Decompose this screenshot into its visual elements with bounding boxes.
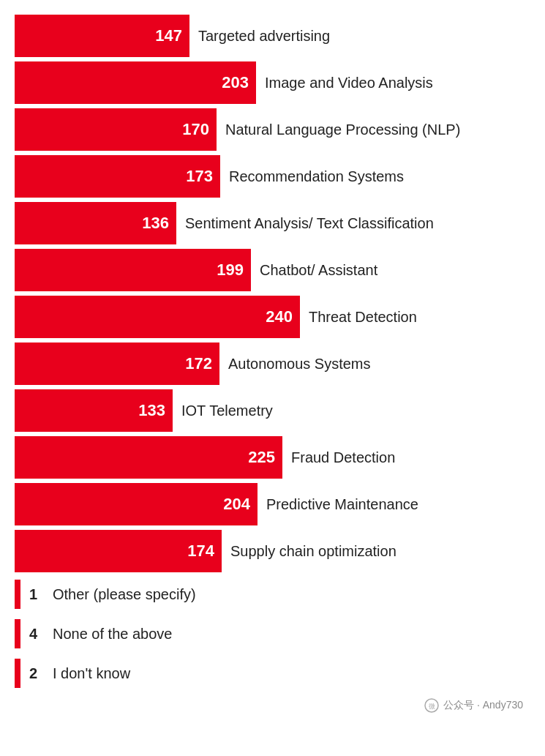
small-label-other: Other (please specify): [53, 586, 196, 603]
bar-label-iot-telemetry: IOT Telemetry: [181, 403, 273, 419]
bar-row-iot-telemetry: 133IOT Telemetry: [15, 389, 523, 432]
bar-chart: 147Targeted advertising203Image and Vide…: [15, 15, 523, 691]
bar-value-fraud-detection: 225: [248, 448, 275, 467]
bar-row-sentiment-analysis: 136Sentiment Analysis/ Text Classificati…: [15, 202, 523, 244]
small-label-none-above: None of the above: [53, 626, 172, 643]
bar-label-autonomous-systems: Autonomous Systems: [228, 356, 371, 373]
bar-label-recommendation-systems: Recommendation Systems: [229, 168, 404, 185]
bar-row-predictive-maintenance: 204Predictive Maintenance: [15, 483, 523, 525]
bar-label-chatbot-assistant: Chatbot/ Assistant: [260, 262, 377, 279]
bar-value-chatbot-assistant: 199: [217, 261, 244, 280]
bar-value-image-video-analysis: 203: [222, 73, 249, 92]
small-value-dont-know: 2: [29, 665, 44, 682]
bar-supply-chain-optimization: 174: [15, 530, 222, 572]
bar-value-threat-detection: 240: [266, 307, 293, 326]
small-bar-row-dont-know: 2I don't know: [15, 656, 523, 691]
bar-value-autonomous-systems: 172: [185, 354, 212, 373]
small-value-none-above: 4: [29, 626, 44, 643]
small-bar-none-above: [15, 619, 20, 648]
bar-label-nlp: Natural Language Processing (NLP): [225, 121, 460, 138]
bar-row-targeted-advertising: 147Targeted advertising: [15, 15, 523, 57]
bar-predictive-maintenance: 204: [15, 483, 258, 525]
bar-iot-telemetry: 133: [15, 389, 173, 432]
bar-label-supply-chain-optimization: Supply chain optimization: [230, 543, 396, 560]
small-bar-row-none-above: 4None of the above: [15, 616, 523, 651]
bar-value-targeted-advertising: 147: [155, 26, 182, 45]
bar-row-image-video-analysis: 203Image and Video Analysis: [15, 61, 523, 104]
bar-nlp: 170: [15, 108, 217, 151]
bar-row-fraud-detection: 225Fraud Detection: [15, 436, 523, 479]
bar-row-nlp: 170Natural Language Processing (NLP): [15, 108, 523, 151]
bar-autonomous-systems: 172: [15, 343, 219, 385]
small-bar-dont-know: [15, 659, 20, 688]
bar-label-threat-detection: Threat Detection: [309, 309, 417, 326]
small-bar-row-other: 1Other (please specify): [15, 577, 523, 612]
bar-value-recommendation-systems: 173: [186, 167, 213, 186]
bar-row-supply-chain-optimization: 174Supply chain optimization: [15, 530, 523, 572]
bar-row-threat-detection: 240Threat Detection: [15, 296, 523, 338]
bar-row-autonomous-systems: 172Autonomous Systems: [15, 343, 523, 385]
bar-value-nlp: 170: [182, 120, 209, 139]
bar-recommendation-systems: 173: [15, 155, 220, 198]
bar-row-recommendation-systems: 173Recommendation Systems: [15, 155, 523, 198]
bar-label-sentiment-analysis: Sentiment Analysis/ Text Classification: [185, 215, 434, 232]
watermark-text: 公众号 · Andy730: [443, 699, 523, 712]
bar-label-predictive-maintenance: Predictive Maintenance: [266, 496, 418, 513]
bar-targeted-advertising: 147: [15, 15, 189, 57]
wechat-icon: 微: [424, 698, 439, 713]
bar-sentiment-analysis: 136: [15, 202, 176, 244]
bar-value-supply-chain-optimization: 174: [187, 542, 214, 561]
bar-label-fraud-detection: Fraud Detection: [291, 449, 395, 466]
watermark: 微 公众号 · Andy730: [15, 698, 523, 713]
small-label-dont-know: I don't know: [53, 665, 130, 682]
bar-threat-detection: 240: [15, 296, 300, 338]
bar-value-sentiment-analysis: 136: [142, 214, 169, 233]
bar-value-iot-telemetry: 133: [138, 401, 165, 420]
bar-label-targeted-advertising: Targeted advertising: [198, 28, 330, 45]
bar-chatbot-assistant: 199: [15, 249, 251, 291]
bar-label-image-video-analysis: Image and Video Analysis: [265, 75, 433, 91]
small-bar-other: [15, 580, 20, 609]
bar-row-chatbot-assistant: 199Chatbot/ Assistant: [15, 249, 523, 291]
bar-value-predictive-maintenance: 204: [223, 495, 250, 514]
svg-text:微: 微: [429, 703, 435, 710]
bar-image-video-analysis: 203: [15, 61, 256, 104]
bar-fraud-detection: 225: [15, 436, 282, 479]
small-value-other: 1: [29, 586, 44, 603]
